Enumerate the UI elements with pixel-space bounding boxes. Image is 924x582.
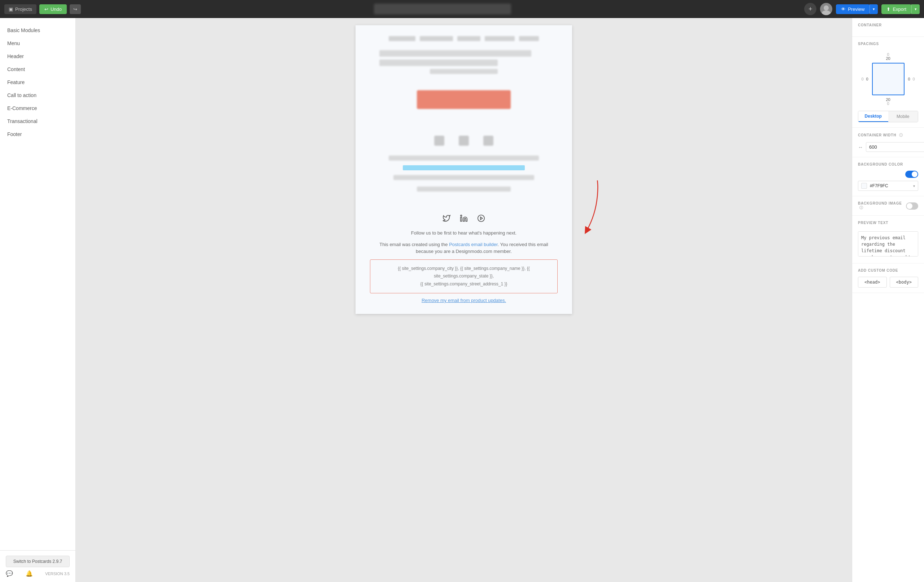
container-width-title: CONTAINER WIDTH ⓘ <box>858 133 918 138</box>
spacing-top-value: 20 <box>886 56 890 61</box>
spacing-inner-box[interactable]: 20 20 0 0 <box>872 63 904 95</box>
address-line2: site_settings.company_state }}, <box>378 272 550 280</box>
resize-icon: ↔ <box>858 144 863 150</box>
sidebar-item-header[interactable]: Header <box>0 50 76 63</box>
sidebar-items: Basic Modules Menu Header Content Featur… <box>0 18 76 550</box>
title-bar <box>374 3 511 15</box>
preview-text-textarea[interactable]: My previous email regarding the lifetime… <box>858 231 918 257</box>
bell-icon[interactable]: 🔔 <box>26 570 33 577</box>
desktop-tab[interactable]: Desktop <box>858 111 888 122</box>
sidebar-item-transactional[interactable]: Transactional <box>0 115 76 128</box>
color-value: #F7F9FC <box>870 183 910 188</box>
address-line1: {{ site_settings.company_city }}, {{ sit… <box>378 265 550 273</box>
spacer <box>356 116 572 127</box>
bg-color-toggle[interactable] <box>905 171 918 178</box>
svg-marker-5 <box>480 217 483 219</box>
preview-button[interactable]: 👁 Preview <box>836 4 870 14</box>
linkedin-icon[interactable] <box>459 213 469 224</box>
chevron-down-icon: ▾ <box>913 184 915 188</box>
head-code-button[interactable]: <head> <box>858 277 887 288</box>
features-icons-row <box>434 136 493 146</box>
preview-text-title: PREVIEW TEXT <box>858 221 918 225</box>
bg-color-title: BACKGROUND COLOR <box>858 162 918 167</box>
main-layout: Basic Modules Menu Header Content Featur… <box>0 18 924 582</box>
export-icon: ⬆ <box>886 7 891 12</box>
projects-label: Projects <box>15 7 32 12</box>
cta-email-button[interactable] <box>417 90 511 109</box>
version-label: VERSION 3.5 <box>45 572 70 576</box>
color-swatch-row[interactable]: #F7F9FC ▾ <box>858 181 918 191</box>
width-row: ↔ px <box>858 142 918 152</box>
blur-block <box>380 59 498 66</box>
preview-dropdown-button[interactable]: ▾ <box>870 4 878 14</box>
projects-button[interactable]: ▣ Projects <box>4 4 36 14</box>
topbar-right: + 👁 Preview ▾ ⬆ Export ▾ <box>804 3 920 15</box>
svg-point-1 <box>822 10 830 15</box>
body-code-button[interactable]: <body> <box>890 277 919 288</box>
sidebar-footer: Switch to Postcards 2.9.7 💬 🔔 VERSION 3.… <box>0 550 76 582</box>
bg-image-section: BACKGROUND IMAGE ⓘ <box>852 196 924 216</box>
sidebar-item-feature[interactable]: Feature <box>0 76 76 89</box>
feature-icon-2 <box>459 136 469 146</box>
container-width-section: CONTAINER WIDTH ⓘ ↔ px <box>852 128 924 157</box>
preview-group: 👁 Preview ▾ <box>836 4 878 14</box>
sidebar-item-footer[interactable]: Footer <box>0 128 76 141</box>
undo-button[interactable]: ↩ Undo <box>40 4 67 14</box>
container-title: CONTAINER <box>858 23 918 27</box>
sidebar-item-basic-modules[interactable]: Basic Modules <box>0 24 76 37</box>
export-label: Export <box>893 7 906 12</box>
blur-item <box>389 36 416 41</box>
unsubscribe-link[interactable]: Remove my email from product updates. <box>422 298 506 303</box>
container-section: CONTAINER <box>852 18 924 37</box>
folder-icon: ▣ <box>9 7 13 12</box>
export-group: ⬆ Export ▾ <box>881 4 920 14</box>
bg-color-toggle-row <box>858 171 918 178</box>
sidebar-item-e-commerce[interactable]: E-Commerce <box>0 102 76 115</box>
sidebar-item-content[interactable]: Content <box>0 63 76 76</box>
preview-text-section: PREVIEW TEXT My previous email regarding… <box>852 216 924 264</box>
canvas-area: Follow us to be first to hear what's hap… <box>76 18 852 582</box>
avatar <box>820 3 832 15</box>
product-icon[interactable] <box>476 213 487 224</box>
custom-code-title: ADD CUSTOM CODE <box>858 269 918 272</box>
spacing-left-value: 0 <box>866 77 868 81</box>
export-button[interactable]: ⬆ Export <box>881 4 911 14</box>
container-width-input[interactable] <box>866 142 924 152</box>
blur-item <box>420 36 453 41</box>
feature-highlight <box>403 165 525 170</box>
email-features-section <box>356 127 572 202</box>
blur-item <box>485 36 515 41</box>
twitter-icon[interactable] <box>441 213 452 224</box>
blur-block <box>393 175 534 180</box>
svg-point-3 <box>460 215 462 216</box>
feature-text-row <box>370 154 558 193</box>
eye-icon: 👁 <box>841 7 846 12</box>
add-button[interactable]: + <box>804 3 817 15</box>
redo-button[interactable]: ↪ <box>70 4 81 14</box>
color-swatch <box>861 183 867 189</box>
sidebar-bottom-row: 💬 🔔 VERSION 3.5 <box>6 570 70 577</box>
email-header-section <box>356 25 572 83</box>
blur-block <box>430 69 497 74</box>
mobile-tab[interactable]: Mobile <box>888 111 918 122</box>
topbar-center <box>84 3 801 15</box>
sidebar-item-call-to-action[interactable]: Call to action <box>0 89 76 102</box>
bg-image-toggle[interactable] <box>906 203 918 209</box>
sidebar-item-menu[interactable]: Menu <box>0 37 76 50</box>
chat-icon[interactable]: 💬 <box>6 570 13 577</box>
right-panel: CONTAINER SPACINGS 0 0 0 0 20 20 0 0 <box>852 18 924 582</box>
spacings-visual: 0 0 0 0 20 20 0 0 <box>860 50 917 108</box>
switch-version-button[interactable]: Switch to Postcards 2.9.7 <box>6 556 70 567</box>
spacing-bottom-value: 20 <box>886 97 890 102</box>
builder-link[interactable]: Postcards email builder <box>449 242 497 247</box>
spacings-section: SPACINGS 0 0 0 0 20 20 0 0 <box>852 37 924 128</box>
svg-rect-2 <box>460 217 462 221</box>
feature-icon-1 <box>434 136 444 146</box>
view-toggle: Desktop Mobile <box>858 111 918 122</box>
svg-point-0 <box>824 5 829 10</box>
bg-image-title: BACKGROUND IMAGE ⓘ <box>858 201 906 210</box>
svg-point-4 <box>478 215 484 221</box>
export-dropdown-button[interactable]: ▾ <box>911 4 920 14</box>
email-footer-section: Follow us to be first to hear what's hap… <box>356 202 572 314</box>
preview-label: Preview <box>848 7 865 12</box>
